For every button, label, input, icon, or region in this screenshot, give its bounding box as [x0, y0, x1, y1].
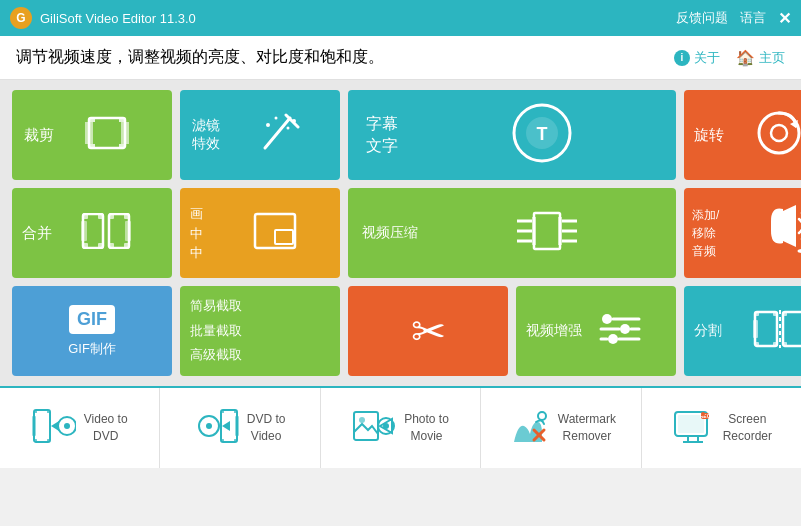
svg-rect-53: [783, 312, 801, 346]
audio-icon: [761, 201, 802, 265]
cut-label-3: 高级截取: [190, 345, 242, 366]
subtitle-bar: 调节视频速度，调整视频的亮度、对比度和饱和度。 i 关于 🏠 主页: [0, 36, 801, 80]
svg-point-10: [287, 127, 290, 130]
svg-rect-2: [121, 122, 129, 144]
language-button[interactable]: 语言: [740, 9, 766, 27]
tile-gif[interactable]: GIF GIF制作: [12, 286, 172, 376]
svg-rect-38: [558, 217, 562, 245]
filter-label: 滤镜 特效: [192, 117, 220, 153]
tile-enhance[interactable]: 视频增强: [516, 286, 676, 376]
svg-point-44: [602, 314, 612, 324]
video-to-dvd-icon: [32, 404, 76, 452]
svg-rect-30: [124, 243, 129, 248]
svg-rect-37: [532, 217, 536, 245]
screen-recorder-icon: REC: [671, 404, 715, 452]
svg-rect-68: [47, 410, 50, 413]
tile-split[interactable]: 分割: [684, 286, 801, 376]
split-label: 分割: [694, 322, 722, 340]
video-to-dvd-tool[interactable]: Video to DVD: [0, 388, 160, 468]
svg-rect-22: [125, 221, 131, 241]
dvd-to-video-icon: [195, 404, 239, 452]
svg-line-7: [265, 118, 290, 148]
cut-label-1: 简易截取: [190, 296, 242, 317]
svg-rect-27: [109, 214, 114, 219]
audio-label: 添加/ 移除 音频: [692, 206, 719, 260]
app-logo: G: [10, 7, 32, 29]
subtitle-right: i 关于 🏠 主页: [674, 49, 785, 67]
about-link[interactable]: i 关于: [674, 49, 720, 67]
enhance-icon: [595, 307, 645, 355]
svg-rect-4: [119, 118, 125, 122]
svg-rect-25: [83, 243, 88, 248]
svg-rect-78: [235, 416, 239, 436]
dvd-to-video-label: DVD to Video: [247, 411, 286, 445]
tile-rotate[interactable]: 旋转: [684, 90, 801, 180]
svg-rect-80: [234, 410, 237, 413]
svg-rect-0: [89, 118, 125, 148]
svg-rect-63: [783, 342, 787, 346]
svg-rect-69: [34, 439, 37, 442]
svg-point-11: [266, 123, 270, 127]
pip-icon: [253, 212, 297, 254]
screen-recorder-tool[interactable]: REC Screen Recorder: [642, 388, 801, 468]
svg-rect-79: [221, 410, 224, 413]
svg-rect-3: [89, 118, 95, 122]
merge-label: 合并: [22, 224, 52, 243]
svg-rect-59: [755, 342, 759, 346]
pip-label: 画中中: [190, 204, 203, 263]
svg-rect-24: [98, 214, 103, 219]
svg-rect-60: [773, 342, 777, 346]
svg-rect-66: [32, 416, 36, 436]
svg-rect-28: [124, 214, 129, 219]
tile-subtitle[interactable]: 字幕 文字 T: [348, 90, 676, 180]
svg-rect-83: [354, 412, 378, 440]
svg-rect-67: [34, 410, 37, 413]
info-icon: i: [674, 50, 690, 66]
scissors-icon: ✂: [411, 307, 446, 356]
photo-to-movie-label: Photo to Movie: [404, 411, 449, 445]
watermark-remover-tool[interactable]: Watermark Remover: [481, 388, 641, 468]
app-title: GiliSoft Video Editor 11.3.0: [40, 11, 676, 26]
cut-label-2: 批量截取: [190, 321, 242, 342]
tile-merge[interactable]: 合并: [12, 188, 172, 278]
title-controls: 反馈问题 语言 ✕: [676, 9, 791, 28]
rotate-label: 旋转: [694, 126, 724, 145]
svg-point-98: [701, 412, 705, 416]
tile-scissors[interactable]: ✂: [348, 286, 508, 376]
subtitle-icon: T: [511, 102, 573, 168]
svg-rect-54: [753, 320, 758, 338]
tile-audio[interactable]: 添加/ 移除 音频: [684, 188, 801, 278]
rotate-icon: [754, 108, 801, 162]
svg-text:T: T: [537, 124, 548, 144]
svg-point-12: [275, 117, 278, 120]
svg-rect-21: [81, 221, 87, 241]
dvd-to-video-tool[interactable]: DVD to Video: [160, 388, 320, 468]
svg-rect-57: [755, 312, 759, 316]
feedback-button[interactable]: 反馈问题: [676, 9, 728, 27]
svg-rect-32: [275, 230, 293, 244]
bottom-bar: Video to DVD DVD to Video: [0, 386, 801, 468]
title-bar: G GiliSoft Video Editor 11.3.0 反馈问题 语言 ✕: [0, 0, 801, 36]
wand-icon: [260, 113, 300, 157]
tile-filter[interactable]: 滤镜 特效: [180, 90, 340, 180]
crop-icon: [85, 116, 129, 154]
tile-pip[interactable]: 画中中: [180, 188, 340, 278]
svg-rect-6: [119, 144, 125, 148]
tile-compress[interactable]: 视频压缩: [348, 188, 676, 278]
screen-recorder-label: Screen Recorder: [723, 411, 772, 445]
svg-rect-52: [755, 312, 777, 346]
compress-label: 视频压缩: [362, 224, 418, 242]
tile-cut[interactable]: 简易截取 批量截取 高级截取: [180, 286, 340, 376]
tile-crop[interactable]: 裁剪: [12, 90, 172, 180]
home-icon: 🏠: [736, 49, 755, 67]
close-button[interactable]: ✕: [778, 9, 791, 28]
tiles-grid: 裁剪 滤镜 特效: [12, 90, 789, 376]
svg-rect-65: [34, 410, 50, 442]
svg-point-73: [64, 423, 70, 429]
svg-point-75: [206, 423, 212, 429]
subtitle-text: 调节视频速度，调整视频的亮度、对比度和饱和度。: [16, 47, 384, 68]
home-link[interactable]: 🏠 主页: [736, 49, 785, 67]
photo-to-movie-tool[interactable]: Photo to Movie: [321, 388, 481, 468]
svg-rect-61: [783, 312, 787, 316]
svg-rect-26: [98, 243, 103, 248]
